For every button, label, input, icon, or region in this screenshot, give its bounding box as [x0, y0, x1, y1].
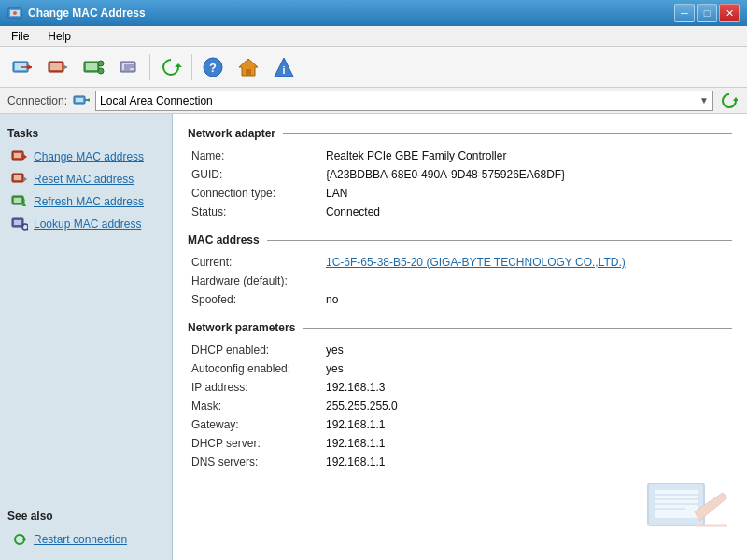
svg-point-27 [88, 98, 91, 101]
svg-marker-17 [175, 63, 182, 67]
menu-file[interactable]: File [4, 28, 36, 45]
connection-refresh-icon [721, 92, 738, 109]
title-bar-controls: ─ □ ✕ [674, 4, 740, 22]
reset-mac-sidebar-icon [11, 171, 28, 188]
restart-connection-label: Restart connection [34, 533, 127, 546]
network-params-title: Network parameters [188, 321, 295, 334]
dhcp-enabled-label: DHCP enabled: [191, 342, 322, 358]
name-label: Name: [191, 147, 322, 164]
watermark-graphic [643, 474, 732, 539]
svg-rect-34 [14, 198, 21, 203]
change-mac-toolbar-button[interactable] [6, 51, 39, 83]
svg-rect-25 [76, 98, 83, 102]
dropdown-arrow-icon: ▼ [699, 95, 709, 105]
svg-rect-9 [86, 63, 97, 70]
close-button[interactable]: ✕ [719, 4, 740, 22]
spoofed-label: Spoofed: [191, 291, 322, 308]
svg-text:?: ? [209, 61, 217, 75]
status-label: Status: [191, 203, 322, 220]
mask-label: Mask: [191, 398, 322, 414]
home-icon [237, 56, 260, 78]
reset-mac-icon [47, 56, 69, 78]
network-adapter-section-line [283, 133, 732, 134]
svg-text:i: i [282, 64, 285, 76]
refresh-mac-label: Refresh MAC address [34, 195, 144, 208]
see-also-title: See also [7, 510, 164, 523]
sidebar-item-change-mac[interactable]: Change MAC address [7, 146, 164, 168]
svg-rect-37 [14, 220, 21, 225]
info-icon: i [273, 56, 295, 78]
refresh-mac-sidebar-icon [11, 193, 28, 210]
tasks-title: Tasks [7, 127, 164, 140]
connection-value: Local Area Connection [100, 94, 213, 107]
app-icon [7, 6, 22, 21]
ip-address-value: 192.168.1.3 [326, 379, 732, 396]
sidebar-bottom: See also Restart connection [7, 502, 164, 551]
info-toolbar-button[interactable]: i [267, 51, 301, 83]
mask-value: 255.255.255.0 [326, 398, 732, 414]
connection-refresh-button[interactable] [719, 91, 740, 111]
mac-address-title: MAC address [188, 233, 260, 246]
connection-dropdown[interactable]: Local Area Connection ▼ [95, 91, 713, 111]
connection-type-value: LAN [326, 185, 732, 202]
minimize-button[interactable]: ─ [674, 4, 695, 22]
network-adapter-section-header: Network adapter [188, 127, 732, 140]
network-params-section-header: Network parameters [188, 321, 732, 334]
mac-address-section-header: MAC address [188, 233, 732, 246]
svg-rect-32 [14, 175, 21, 180]
dns-servers-value: 192.168.1.1 [326, 454, 732, 470]
network-params-section-line [303, 328, 732, 329]
title-bar-left: Change MAC Address [7, 6, 146, 21]
change-mac-icon [11, 56, 34, 78]
title-bar: Change MAC Address ─ □ ✕ [0, 0, 747, 26]
network-adapters-icon [82, 56, 105, 78]
menu-help[interactable]: Help [40, 28, 78, 45]
reset-mac-label: Reset MAC address [34, 173, 134, 186]
connection-label: Connection: [7, 94, 67, 107]
network-adapter-title: Network adapter [188, 127, 275, 140]
autoconfig-label: Autoconfig enabled: [191, 360, 322, 377]
network-adapter-grid: Name: Realtek PCIe GBE Family Controller… [188, 147, 732, 220]
home-toolbar-button[interactable] [232, 51, 265, 83]
current-mac-label: Current: [191, 254, 322, 271]
network-params-grid: DHCP enabled: yes Autoconfig enabled: ye… [188, 342, 732, 470]
watermark-area [188, 483, 732, 539]
guid-label: GUID: [191, 166, 322, 183]
status-value: Connected [326, 203, 732, 220]
main-layout: Tasks Change MAC address Reset MAC addre… [0, 114, 747, 560]
svg-point-11 [98, 68, 104, 74]
connection-bar: Connection: Local Area Connection ▼ [0, 88, 747, 114]
connection-network-icon [73, 94, 90, 107]
gateway-label: Gateway: [191, 416, 322, 433]
dhcp-server-value: 192.168.1.1 [326, 435, 732, 452]
restart-connection-sidebar-icon [11, 531, 28, 548]
sidebar-item-restart-connection[interactable]: Restart connection [7, 528, 164, 551]
options-icon [118, 56, 140, 78]
dns-servers-label: DNS servers: [191, 454, 322, 470]
svg-marker-28 [733, 97, 738, 101]
help-toolbar-button[interactable]: ? [196, 51, 230, 83]
maximize-button[interactable]: □ [697, 4, 717, 22]
hardware-mac-value [326, 273, 732, 289]
content-area: Network adapter Name: Realtek PCIe GBE F… [173, 114, 747, 560]
connection-type-label: Connection type: [191, 185, 322, 202]
refresh-toolbar-button[interactable] [154, 51, 188, 83]
current-mac-value[interactable]: 1C-6F-65-38-B5-20 (GIGA-BYTE TECHNOLOGY … [326, 254, 732, 271]
change-mac-label: Change MAC address [34, 150, 144, 163]
svg-point-2 [13, 11, 17, 15]
ip-address-label: IP address: [191, 379, 322, 396]
sidebar-item-refresh-mac[interactable]: Refresh MAC address [7, 190, 164, 213]
sidebar-item-reset-mac[interactable]: Reset MAC address [7, 168, 164, 190]
network-adapters-toolbar-button[interactable] [77, 51, 110, 83]
toolbar-separator-2 [191, 54, 192, 80]
window-title: Change MAC Address [28, 7, 146, 20]
mac-address-grid: Current: 1C-6F-65-38-B5-20 (GIGA-BYTE TE… [188, 254, 732, 308]
options-toolbar-button[interactable] [112, 51, 146, 83]
autoconfig-value: yes [326, 360, 732, 377]
sidebar: Tasks Change MAC address Reset MAC addre… [0, 114, 173, 560]
sidebar-item-lookup-mac[interactable]: Lookup MAC address [7, 213, 164, 235]
lookup-mac-sidebar-icon [11, 216, 28, 232]
gateway-value: 192.168.1.1 [326, 416, 732, 433]
reset-mac-toolbar-button[interactable] [41, 51, 75, 83]
help-icon: ? [202, 56, 224, 78]
